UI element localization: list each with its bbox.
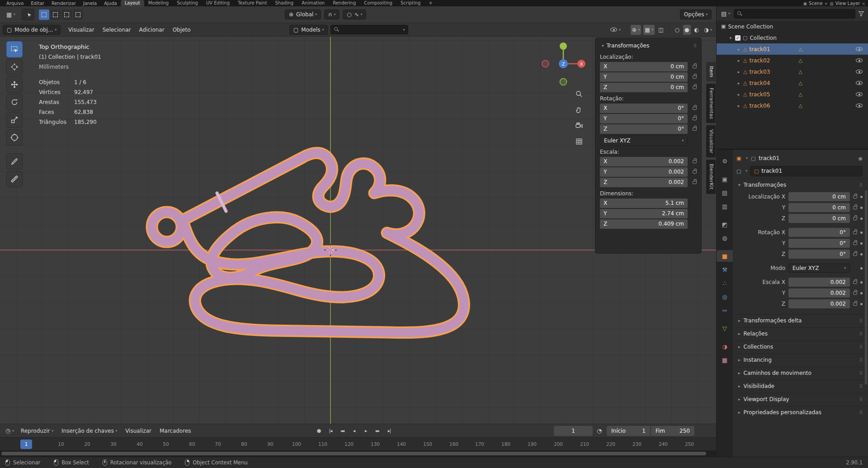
expand-arrow-icon[interactable]: ▾ [728, 36, 733, 40]
tool-measure[interactable] [6, 171, 23, 187]
tab-material-icon[interactable]: ◑ [717, 340, 733, 352]
outliner-item-track02[interactable]: ▸ △ track02 △ [717, 55, 868, 66]
lock-icon[interactable] [853, 242, 857, 245]
expand-arrow-icon[interactable]: ▸ [736, 58, 741, 63]
tool-select-box[interactable] [6, 41, 23, 57]
section-instancing[interactable]: ▸Instancing⠿ [733, 354, 868, 366]
breadcrumb-object-name[interactable]: track01 [759, 155, 779, 161]
outliner-search-box[interactable] [734, 9, 855, 19]
workspace-tab-uvediting[interactable]: UV Editing [202, 0, 234, 6]
lock-icon[interactable] [853, 253, 857, 256]
tab-scene-icon[interactable]: ◩ [717, 218, 733, 230]
section-viewport-display[interactable]: ▸Viewport Display⠿ [733, 393, 868, 405]
animate-dot-icon[interactable] [860, 196, 863, 198]
tab-output-icon[interactable]: ▤ [717, 187, 733, 199]
section-propriedades-personalizadas[interactable]: ▸Propriedades personalizadas⠿ [733, 406, 868, 418]
tab-modifiers-icon[interactable]: ⚒ [717, 264, 733, 275]
editor-type-button[interactable]: ▦ ▾ [4, 9, 18, 20]
3d-viewport[interactable]: Top Orthographic (1) Collection | track0… [0, 37, 716, 424]
loc-z-field[interactable]: 0 cm [788, 214, 850, 223]
location-x-field[interactable]: X0 cm [600, 62, 688, 71]
outliner-editor-type-button[interactable]: ▤ ▾ [720, 8, 731, 19]
active-collection-dropdown[interactable]: ▢ Models ▾ [289, 25, 328, 35]
scale-x-field[interactable]: 0.002 [788, 278, 850, 287]
animate-dot-icon[interactable] [860, 217, 863, 220]
animate-dot-icon[interactable] [860, 292, 863, 294]
play-button[interactable]: ▸ [361, 426, 370, 436]
outliner-search-input[interactable] [745, 10, 852, 17]
section-caminhos[interactable]: ▸Caminhos de movimento⠿ [733, 367, 868, 379]
location-y-field[interactable]: Y0 cm [600, 72, 688, 82]
workspace-tab-scripting[interactable]: Scripting [396, 0, 425, 6]
lock-icon[interactable] [693, 128, 697, 131]
tab-constraints-icon[interactable]: ∾ [717, 304, 733, 316]
tab-view-layer-icon[interactable]: ▥ [717, 200, 733, 212]
shading-wireframe-button[interactable]: ○ [674, 25, 681, 35]
play-reverse-button[interactable]: ◂ [349, 426, 359, 436]
lock-icon[interactable] [693, 170, 697, 174]
object-name-field[interactable]: ▢ track01 [750, 166, 863, 176]
lock-icon[interactable] [853, 195, 857, 199]
lock-icon[interactable] [693, 65, 697, 68]
pan-hand-icon[interactable] [575, 106, 583, 114]
rotation-x-field[interactable]: X0° [600, 104, 688, 113]
animate-dot-icon[interactable] [860, 303, 863, 305]
overlays-toggle[interactable]: ▦ ▾ [643, 25, 655, 35]
select-mode-subtract-button[interactable] [61, 9, 72, 20]
horizontal-scrollbar[interactable] [0, 450, 716, 457]
tool-annotate[interactable] [6, 153, 23, 170]
zoom-icon[interactable] [575, 90, 583, 98]
toggle-grid-icon[interactable] [575, 137, 583, 146]
active-tool-button[interactable] [22, 9, 34, 20]
workspace-tab-texturepaint[interactable]: Texture Paint [234, 0, 271, 6]
animate-dot-icon[interactable] [860, 281, 863, 284]
select-mode-set-button[interactable] [39, 9, 49, 20]
dimensions-z-field[interactable]: Z0.409 cm [600, 219, 688, 229]
outliner-item-scene-collection[interactable]: ▣ Scene Collection [717, 21, 868, 32]
lock-icon[interactable] [853, 303, 857, 306]
tab-object-icon[interactable]: ■ [717, 250, 733, 262]
camera-view-icon[interactable] [575, 122, 583, 130]
menu-visualizar-timeline[interactable]: Visualizar [121, 424, 156, 437]
scale-z-field[interactable]: Z0.002 [600, 178, 688, 187]
lock-icon[interactable] [853, 206, 857, 209]
visibility-eye-icon[interactable] [856, 70, 863, 74]
panel-grip-icon[interactable]: ⠿ [859, 183, 863, 188]
tool-rotate[interactable] [6, 94, 23, 110]
lock-icon[interactable] [853, 281, 857, 284]
workspace-tab-rendering[interactable]: Rendering [329, 0, 360, 6]
outliner-item-track03[interactable]: ▸ △ track03 △ [717, 66, 868, 77]
animate-dot-icon[interactable] [860, 207, 863, 209]
outliner-item-track01[interactable]: ▸ △ track01 △ [717, 43, 868, 55]
menu-objeto[interactable]: Objeto [169, 23, 195, 36]
tab-ferramentas[interactable]: Ferramentas [706, 84, 716, 123]
section-collections[interactable]: ▸Collections⠿ [733, 340, 868, 353]
menu-adicionar[interactable]: Adicionar [135, 23, 169, 36]
properties-scrollbar[interactable] [865, 190, 867, 385]
jump-to-end-button[interactable]: ▸| [385, 426, 394, 436]
expand-arrow-icon[interactable]: ▸ [736, 104, 741, 108]
view-layer-selector[interactable]: View Layer [835, 1, 860, 6]
tab-texture-icon[interactable]: ▦ [717, 354, 733, 366]
lock-icon[interactable] [693, 181, 697, 184]
axis-y-ball[interactable] [560, 43, 567, 50]
tab-physics-icon[interactable]: ◎ [717, 291, 733, 303]
scale-y-field[interactable]: Y0.002 [600, 167, 688, 177]
expand-arrow-icon[interactable]: ▸ [736, 81, 741, 85]
timeline-ruler[interactable]: 1020304050607080901001101201301401501601… [0, 437, 716, 450]
expand-arrow-icon[interactable]: ▸ [736, 92, 741, 97]
workspace-tab-layout[interactable]: Layout [121, 0, 144, 6]
workspace-tab-sculpting[interactable]: Sculpting [173, 0, 202, 6]
collection-checkbox[interactable]: ✓ [735, 35, 741, 41]
shading-rendered-button[interactable]: ◑ ▾ [703, 25, 713, 35]
workspace-tab-animation[interactable]: Animation [297, 0, 329, 6]
lock-icon[interactable] [853, 292, 857, 295]
object-visibility-dropdown[interactable]: ▾ [609, 25, 622, 35]
next-keyframe-button[interactable]: ▸▸ [373, 426, 382, 436]
menu-ajuda[interactable]: Ajuda [100, 1, 120, 6]
shading-solid-button[interactable]: ● [683, 25, 690, 35]
rotation-z-field[interactable]: Z0° [600, 124, 688, 134]
outliner-item-track06[interactable]: ▸ △ track06 △ [717, 100, 868, 111]
xray-toggle[interactable]: ◫ [657, 25, 665, 35]
pin-icon[interactable]: ◉ [858, 156, 863, 161]
